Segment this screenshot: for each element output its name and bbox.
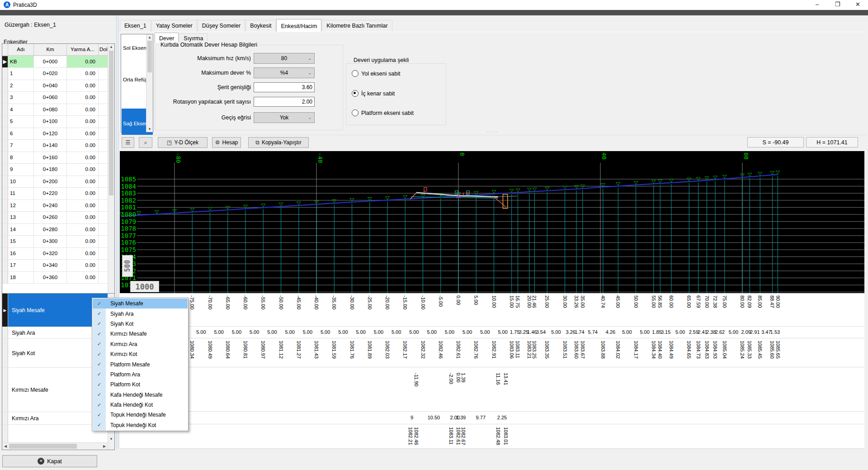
table-row[interactable]: 60+1200.00	[2, 128, 114, 140]
table-row[interactable]: 100+2000.00	[2, 176, 114, 188]
menu-item-topuk-hende-i-kot[interactable]: ✓Topuk Hendeği Kot	[93, 420, 188, 430]
cell-adi: KB	[8, 56, 34, 68]
menu-item-siyah-mesafe[interactable]: ✓Siyah Mesafe	[93, 299, 188, 309]
table-row[interactable]: 90+1800.00	[2, 164, 114, 176]
menu-item-label: Kırmızı Ara	[106, 341, 137, 347]
table-row[interactable]: 130+2600.00	[2, 212, 114, 224]
form-select-1[interactable]: %4⌄	[254, 67, 315, 78]
scroll-left-icon[interactable]: ◀	[2, 443, 9, 450]
table-row[interactable]: 30+0600.00	[2, 92, 114, 104]
cell-siyah-mesafe: 5.00	[473, 295, 479, 305]
table-row[interactable]: 120+2400.00	[2, 200, 114, 212]
list-button[interactable]: ☰	[122, 137, 134, 148]
header-gutter	[2, 44, 8, 56]
menu-item-siyah-kot[interactable]: ✓Siyah Kot	[93, 319, 188, 329]
select-value: Yok	[280, 114, 289, 121]
y-axis-tick-label: 1077	[121, 232, 136, 239]
radio-i-kenar-sabit[interactable]: İç kenar sabit	[352, 90, 395, 97]
table-row[interactable]: 10+0200.00	[2, 68, 114, 80]
row-marker	[2, 368, 8, 412]
table-row[interactable]: 140+2800.00	[2, 224, 114, 236]
tab-kilometre-bazl-tan-mlar[interactable]: Kilometre Bazlı Tanımlar	[322, 20, 392, 32]
zoom-100-button[interactable]: ⌕	[139, 137, 152, 148]
chevron-down-icon: ⌄	[308, 115, 311, 120]
fields-hscrollbar[interactable]: ◀▶	[2, 442, 108, 450]
minimize-button[interactable]: –	[807, 0, 827, 10]
tab-enkesit-hacim[interactable]: Enkesit/Hacim	[276, 19, 321, 32]
tab-d-ey-someler[interactable]: Düşey Someler	[198, 20, 245, 32]
cell-kirmizi-kot: 1083.11	[448, 427, 454, 445]
table-row[interactable]: 150+3000.00	[2, 236, 114, 248]
row-marker	[2, 327, 8, 338]
row-marker: ▶	[2, 294, 8, 327]
cell-siyah-ara: 5.00	[214, 329, 223, 335]
menu-item-label: Siyah Kot	[106, 321, 133, 327]
y-axis-tick-label: 1078	[121, 225, 136, 232]
copy-paste-button[interactable]: ⧉Kopyala-Yapıştır	[248, 137, 309, 148]
tab-eksen-1[interactable]: Eksen_1	[120, 20, 151, 32]
checkmark-icon: ✓	[93, 370, 106, 380]
form-input-3[interactable]: 2.00	[254, 97, 315, 107]
scroll-right-icon[interactable]: ▶	[101, 443, 108, 450]
table-row[interactable]: 180+3600.00	[2, 272, 114, 284]
scroll-up-icon[interactable]: ▲	[146, 34, 153, 40]
table-row[interactable]: 170+3400.00	[2, 260, 114, 272]
table-row[interactable]: 110+2200.00	[2, 188, 114, 200]
cell-siyah-ara: 5.00	[232, 329, 241, 335]
menu-item-kafa-hende-i-mesafe[interactable]: ✓Kafa Hendeği Mesafe	[93, 390, 188, 400]
kapat-button[interactable]: ✕ Kapat	[2, 455, 97, 467]
compute-button[interactable]: ⚙Hesap	[212, 137, 241, 148]
table-row[interactable]: 80+1600.00	[2, 152, 114, 164]
cell-siyah-mesafe: -15.00	[402, 295, 408, 309]
list-icon: ☰	[126, 139, 131, 146]
table-row[interactable]: 40+0800.00	[2, 104, 114, 116]
axis-scrollbar[interactable]: ▲▼	[146, 34, 153, 132]
menu-item-platform-kot[interactable]: ✓Platform Kot	[93, 380, 188, 389]
checkmark-icon: ✓	[93, 299, 106, 309]
vertical-scale-label: 500	[122, 255, 133, 277]
table-row[interactable]: ▶KB0+0000.00	[2, 56, 114, 68]
table-row[interactable]: 50+1000.00	[2, 116, 114, 128]
tab-yatay-someler[interactable]: Yatay Someler	[151, 20, 197, 32]
radio-circle-icon	[352, 70, 359, 77]
menu-item-k-rm-z-ara[interactable]: ✓Kırmızı Ara	[93, 339, 188, 349]
cell-siyah-mesafe: -35.00	[331, 295, 337, 309]
menu-item-kafa-hende-i-kot[interactable]: ✓Kafa Hendeği Kot	[93, 400, 188, 410]
menu-item-platform-ara[interactable]: ✓Platform Ara	[93, 370, 188, 380]
restore-button[interactable]: ❐	[827, 0, 848, 10]
menu-item-siyah-ara[interactable]: ✓Siyah Ara	[93, 309, 188, 318]
axis-listbox[interactable]: Sol EksenOrta RefüjSağ Eksen▲▼	[121, 34, 153, 133]
tab-boykesit[interactable]: Boykesit	[245, 20, 276, 32]
form-select-4[interactable]: Yok⌄	[254, 112, 315, 123]
row-marker: ▶	[2, 56, 8, 68]
scroll-up-icon[interactable]: ▲	[108, 44, 114, 50]
menu-item-k-rm-z-kot[interactable]: ✓Kırmızı Kot	[93, 349, 188, 359]
table-row[interactable]: 160+3200.00	[2, 248, 114, 260]
cell-siyah-mesafe: -75.00	[189, 295, 195, 309]
cell-yarma: 0.00	[67, 104, 99, 116]
cell-adi: 18	[8, 272, 34, 284]
cell-siyah-ara: 5.00	[729, 329, 738, 335]
table-vscrollbar[interactable]: ▲▼	[108, 44, 114, 303]
right-panel: Eksen_1Yatay SomelerDüşey SomelerBoykesi…	[119, 15, 868, 470]
table-row[interactable]: 20+0400.00	[2, 80, 114, 92]
section-data-grid[interactable]: -75.00-70.00-65.00-60.00-55.00-50.00-45.…	[120, 293, 864, 449]
form-input-2[interactable]: 3.60	[254, 82, 315, 92]
column-header-yarma: Yarma A...	[67, 44, 99, 56]
radio-platform-ekseni-sabit[interactable]: Platform ekseni sabit	[352, 109, 414, 116]
yd-scale-button[interactable]: ◳Y-D Ölçek	[158, 137, 208, 148]
sections-table[interactable]: AdıKmYarma A...Dolgu▶KB0+0000.0010+0200.…	[2, 43, 115, 303]
radio-yol-ekseni-sabit[interactable]: Yol ekseni sabit	[352, 70, 400, 77]
close-button[interactable]: ✕	[848, 0, 868, 10]
table-row[interactable]: 70+1400.00	[2, 140, 114, 152]
horizontal-splitter[interactable]: ·····	[119, 131, 866, 135]
cross-section-chart[interactable]: -80-400408010851084108310821081108010791…	[120, 151, 864, 293]
menu-item-platform-mesafe[interactable]: ✓Platform Mesafe	[93, 359, 188, 369]
right-ditch-line	[493, 196, 506, 207]
form-select-0[interactable]: 80⌄	[254, 53, 315, 64]
row-marker	[2, 272, 8, 284]
scroll-down-icon[interactable]: ▼	[108, 436, 114, 442]
menu-item-k-rm-z-mesafe[interactable]: ✓Kırmızı Mesafe	[93, 329, 188, 339]
menu-item-topuk-hende-i-mesafe[interactable]: ✓Topuk Hendeği Mesafe	[93, 410, 188, 420]
row-marker	[2, 116, 8, 128]
